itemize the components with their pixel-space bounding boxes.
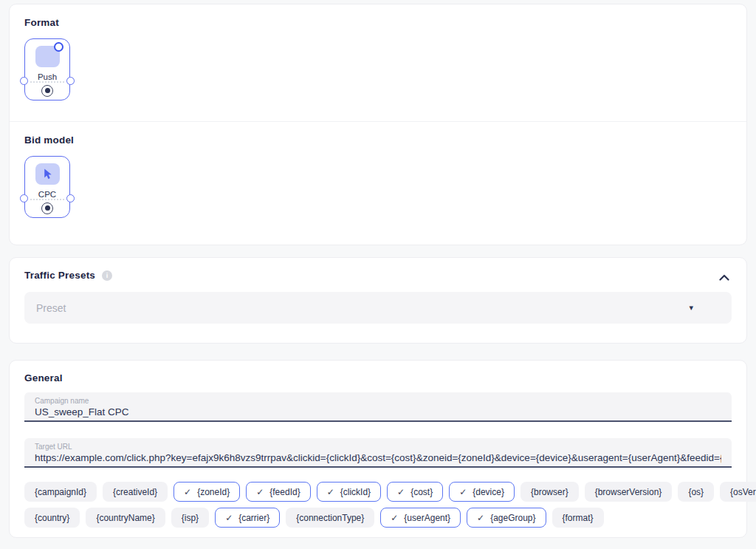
collapse-section-button[interactable] <box>718 271 730 283</box>
bid-model-title: Bid model <box>24 134 732 146</box>
target-url-input[interactable]: Target URL https://example.com/click.php… <box>24 438 732 468</box>
macro-chip-label: {campaignId} <box>35 487 86 497</box>
macro-chip-device[interactable]: ✓{device} <box>449 482 515 502</box>
general-section: General Campaign name US_sweep_Flat CPC … <box>10 361 746 528</box>
macro-chip-label: {browser} <box>531 487 568 497</box>
macro-chip-countryName[interactable]: {countryName} <box>86 508 165 528</box>
bid-option-radio-area <box>25 199 69 217</box>
format-option-push[interactable]: Push <box>24 38 70 100</box>
macro-chip-browserVersion[interactable]: {browserVersion} <box>585 482 673 502</box>
macro-chip-label: {clickId} <box>340 487 371 497</box>
macro-chip-creativeId[interactable]: {creativeId} <box>103 482 168 502</box>
bid-option-cpc-top: CPC <box>25 157 69 199</box>
bid-option-cpc[interactable]: CPC <box>24 156 70 218</box>
format-section: Format Push <box>10 4 746 100</box>
macro-chip-label: {ageGroup} <box>490 513 535 523</box>
general-card: General Campaign name US_sweep_Flat CPC … <box>9 360 747 538</box>
bid-model-section: Bid model CPC <box>10 122 746 218</box>
macro-chip-label: {browserVersion} <box>595 487 662 497</box>
macro-chip-label: {cost} <box>410 487 433 497</box>
format-title: Format <box>24 17 732 28</box>
macro-chip-clickId[interactable]: ✓{clickId} <box>317 482 381 502</box>
macro-chip-label: {format} <box>563 513 594 523</box>
format-option-push-top: Push <box>25 39 69 81</box>
macro-chip-campaignId[interactable]: {campaignId} <box>24 482 97 502</box>
macro-chip-label: {os} <box>688 487 704 497</box>
format-radio-selected[interactable] <box>41 85 53 97</box>
chevron-up-icon <box>719 274 729 281</box>
macro-chip-label: {connectionType} <box>296 513 364 523</box>
macro-chip-userAgent[interactable]: ✓{userAgent} <box>380 508 461 528</box>
target-url-label: Target URL <box>35 443 721 451</box>
macro-chip-label: {osVersion} <box>730 487 756 497</box>
macro-chip-label: {country} <box>35 513 69 523</box>
check-icon: ✓ <box>459 487 467 497</box>
bid-radio-selected[interactable] <box>41 202 53 214</box>
check-icon: ✓ <box>256 487 264 497</box>
macro-chip-isp[interactable]: {isp} <box>171 508 209 528</box>
format-option-radio-area <box>25 81 69 100</box>
campaign-name-label: Campaign name <box>35 397 721 405</box>
macro-chip-label: {device} <box>472 487 504 497</box>
macro-chip-carrier[interactable]: ✓{carrier} <box>215 508 280 528</box>
macro-chip-connectionType[interactable]: {connectionType} <box>286 508 374 528</box>
info-icon[interactable]: i <box>102 270 112 281</box>
macro-chip-label: {feedId} <box>269 487 300 497</box>
macro-chips-row-2: {country}{countryName}{isp}✓{carrier}{co… <box>24 508 732 528</box>
macro-chip-ageGroup[interactable]: ✓{ageGroup} <box>467 508 546 528</box>
macro-chip-label: {isp} <box>182 513 199 523</box>
macro-chip-browser[interactable]: {browser} <box>520 482 579 502</box>
preset-select-placeholder: Preset <box>36 302 66 314</box>
campaign-name-value: US_sweep_Flat CPC <box>35 406 721 417</box>
format-option-label: Push <box>38 72 57 81</box>
macro-chips-row-1: {campaignId}{creativeId}✓{zoneId}✓{feedI… <box>24 482 732 502</box>
target-url-value: https://example.com/click.php?key=efajx9… <box>35 452 721 463</box>
macro-chip-label: {carrier} <box>238 513 269 523</box>
macro-chip-country[interactable]: {country} <box>24 508 80 528</box>
push-notification-dot-icon <box>54 42 63 52</box>
check-icon: ✓ <box>391 513 398 523</box>
check-icon: ✓ <box>225 513 233 523</box>
macro-chip-format[interactable]: {format} <box>552 508 604 528</box>
check-icon: ✓ <box>477 513 484 523</box>
macro-chip-cost[interactable]: ✓{cost} <box>387 482 443 502</box>
traffic-presets-title: Traffic Presets <box>24 270 95 281</box>
general-title: General <box>24 372 732 383</box>
traffic-presets-card: Traffic Presets i Preset ▾ <box>9 257 747 344</box>
campaign-name-input[interactable]: Campaign name US_sweep_Flat CPC <box>24 392 732 422</box>
macro-chip-feedId[interactable]: ✓{feedId} <box>246 482 310 502</box>
macro-chip-label: {zoneId} <box>197 487 230 497</box>
macro-chip-label: {countryName} <box>96 513 154 523</box>
check-icon: ✓ <box>397 487 405 497</box>
push-icon <box>35 46 60 67</box>
macro-chip-zoneId[interactable]: ✓{zoneId} <box>173 482 240 502</box>
preset-select[interactable]: Preset ▾ <box>24 292 732 324</box>
cursor-icon <box>35 163 60 185</box>
traffic-presets-section: Traffic Presets i Preset ▾ <box>10 258 746 324</box>
check-icon: ✓ <box>327 487 334 497</box>
macro-chip-label: {userAgent} <box>404 513 450 523</box>
caret-down-icon: ▾ <box>689 304 693 312</box>
format-bid-card: Format Push Bid model <box>9 4 747 245</box>
macro-chip-os[interactable]: {os} <box>678 482 714 502</box>
macro-chip-osVersion[interactable]: {osVersion} <box>720 482 756 502</box>
bid-option-label: CPC <box>38 190 56 199</box>
check-icon: ✓ <box>184 487 191 497</box>
macro-chip-label: {creativeId} <box>113 487 157 497</box>
